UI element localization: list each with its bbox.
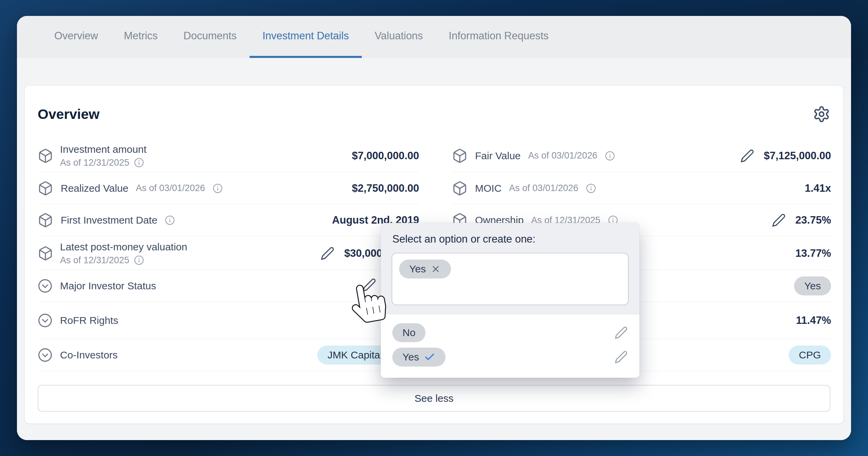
- card-title: Overview: [38, 106, 99, 122]
- field-label: Co-Investors: [60, 349, 118, 361]
- box-icon: [38, 148, 53, 164]
- row-latest-post-money-valuation: Latest post-money valuation As of 12/31/…: [38, 236, 419, 270]
- status-pill: Yes: [794, 276, 831, 295]
- as-of-date: As of 12/31/2025: [60, 158, 129, 168]
- edit-pencil-icon[interactable]: [772, 213, 786, 227]
- settings-gear-icon[interactable]: [813, 105, 830, 123]
- field-value: 11.47%: [796, 314, 831, 327]
- box-icon: [38, 246, 53, 261]
- edit-pencil-icon[interactable]: [320, 246, 335, 261]
- info-icon[interactable]: [165, 215, 175, 225]
- edit-option-pencil-icon[interactable]: [614, 350, 628, 364]
- field-value: $30,000,: [344, 247, 385, 260]
- tag-input[interactable]: Yes: [392, 253, 629, 305]
- as-of-date: As of 03/01/2026: [528, 150, 597, 161]
- field-label: Latest post-money valuation: [60, 241, 187, 253]
- field-value: $2,750,000.00: [352, 182, 419, 194]
- row-investment-amount: Investment amount As of 12/31/2025 $7,00…: [38, 139, 419, 172]
- field-value: 13.77%: [795, 247, 831, 260]
- option-pill-label: Yes: [402, 351, 419, 363]
- row-realized-value: Realized Value As of 03/01/2026 $2,750,0…: [38, 172, 419, 204]
- info-icon[interactable]: [213, 183, 223, 193]
- info-icon[interactable]: [134, 255, 144, 265]
- tab-overview[interactable]: Overview: [41, 16, 111, 58]
- see-less-button[interactable]: See less: [38, 385, 830, 412]
- tab-investment-details[interactable]: Investment Details: [250, 16, 362, 58]
- info-icon[interactable]: [586, 183, 596, 193]
- field-label: Realized Value: [61, 183, 129, 194]
- box-icon: [452, 181, 468, 196]
- edit-option-pencil-icon[interactable]: [614, 326, 628, 339]
- selected-check-icon: [424, 351, 435, 363]
- edit-pencil-icon[interactable]: [740, 149, 754, 163]
- field-label: Major Investor Status: [60, 280, 156, 292]
- row-moic: MOIC As of 03/01/2026 1.41x: [452, 172, 831, 204]
- popup-title: Select an option or create one:: [381, 223, 639, 252]
- card-header: Overview: [25, 86, 843, 139]
- as-of-date: As of 03/01/2026: [136, 183, 205, 193]
- selected-tag[interactable]: Yes: [399, 260, 451, 278]
- option-yes[interactable]: Yes: [392, 348, 628, 367]
- field-value: 23.75%: [795, 214, 831, 226]
- co-investor-chip: CPG: [789, 346, 831, 365]
- tab-documents[interactable]: Documents: [171, 16, 250, 58]
- hand-cursor-pointer: [347, 279, 390, 327]
- chevron-circle-icon: [38, 278, 53, 293]
- option-pill[interactable]: No: [392, 323, 426, 342]
- tab-metrics[interactable]: Metrics: [111, 16, 171, 58]
- remove-tag-x-icon[interactable]: [431, 264, 441, 274]
- field-value: $7,000,000.00: [352, 150, 419, 162]
- field-label: Investment amount: [60, 144, 146, 155]
- field-label: MOIC: [475, 183, 501, 194]
- info-icon[interactable]: [134, 158, 144, 168]
- chevron-circle-icon: [38, 348, 53, 362]
- selected-tag-label: Yes: [409, 263, 426, 275]
- box-icon: [38, 181, 53, 196]
- option-no[interactable]: No: [392, 323, 628, 342]
- options-list: No Yes: [381, 314, 639, 378]
- field-value: 1.41x: [805, 182, 831, 194]
- as-of-date: As of 12/31/2025: [60, 255, 129, 266]
- field-value: $7,125,000.00: [764, 150, 831, 162]
- field-label: Fair Value: [475, 150, 521, 162]
- chevron-circle-icon: [38, 313, 53, 328]
- tab-valuations[interactable]: Valuations: [362, 16, 436, 58]
- row-co-investors: Co-Investors JMK Capital: [38, 339, 419, 371]
- as-of-date: As of 03/01/2026: [509, 183, 578, 193]
- option-pill[interactable]: Yes: [392, 348, 446, 367]
- box-icon: [38, 212, 53, 228]
- row-first-investment-date: First Investment Date August 2nd, 2019: [38, 204, 419, 236]
- field-label: RoFR Rights: [60, 315, 118, 326]
- info-icon[interactable]: [605, 151, 615, 161]
- row-fair-value: Fair Value As of 03/01/2026 $7,125,000.0…: [452, 139, 831, 172]
- tab-information-requests[interactable]: Information Requests: [436, 16, 561, 58]
- select-option-popup: Select an option or create one: Yes No Y…: [381, 223, 639, 378]
- box-icon: [452, 148, 468, 164]
- field-label: First Investment Date: [61, 214, 157, 226]
- left-column: Investment amount As of 12/31/2025 $7,00…: [38, 139, 419, 371]
- tab-bar: Overview Metrics Documents Investment De…: [17, 16, 851, 58]
